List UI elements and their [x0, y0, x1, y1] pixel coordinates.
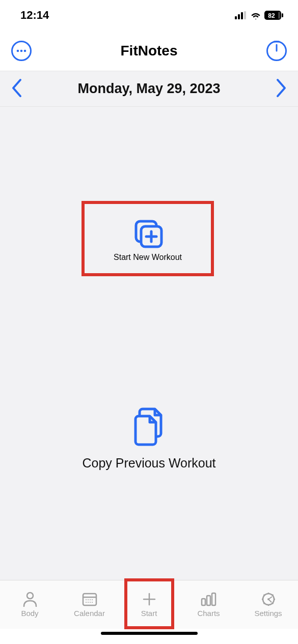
main-content: Start New Workout Copy Previous Workout	[0, 107, 298, 580]
start-new-workout-button[interactable]: Start New Workout	[95, 219, 201, 262]
svg-line-42	[272, 603, 273, 604]
svg-rect-32	[212, 593, 215, 605]
date-bar: Monday, May 29, 2023	[0, 71, 298, 107]
tab-settings-label: Settings	[254, 609, 282, 618]
highlight-new-workout: Start New Workout	[82, 201, 214, 276]
wifi-icon	[250, 11, 261, 19]
tab-calendar-label: Calendar	[74, 609, 105, 618]
tab-charts-label: Charts	[197, 609, 220, 618]
svg-rect-6	[278, 12, 280, 19]
next-day-button[interactable]	[276, 78, 287, 100]
svg-point-23	[92, 599, 93, 600]
tab-start[interactable]: Start	[119, 580, 179, 629]
home-indicator-area	[0, 629, 298, 644]
battery-icon: 82	[264, 11, 284, 20]
svg-point-10	[24, 49, 26, 52]
status-indicators: 82	[235, 11, 284, 20]
current-date[interactable]: Monday, May 29, 2023	[77, 81, 220, 97]
svg-rect-2	[241, 12, 243, 19]
svg-point-20	[86, 599, 87, 600]
plus-icon	[141, 592, 157, 607]
chevron-right-icon	[276, 78, 287, 98]
timer-button[interactable]	[266, 41, 287, 61]
svg-point-21	[88, 599, 89, 600]
tab-start-label: Start	[141, 609, 157, 618]
svg-line-41	[263, 595, 264, 596]
svg-point-24	[86, 602, 87, 603]
status-bar: 12:14 82	[0, 0, 298, 31]
chevron-left-icon	[11, 78, 22, 98]
svg-line-36	[268, 599, 272, 602]
svg-line-43	[263, 603, 264, 604]
copy-file-icon	[132, 407, 166, 447]
gear-icon	[260, 592, 277, 607]
prev-day-button[interactable]	[11, 78, 22, 100]
svg-point-27	[92, 602, 93, 603]
add-copy-icon	[130, 219, 166, 251]
person-icon	[22, 592, 38, 607]
svg-rect-5	[282, 13, 283, 17]
status-time: 12:14	[20, 9, 49, 22]
nav-bar: FitNotes	[0, 31, 298, 71]
svg-text:82: 82	[268, 12, 275, 19]
tab-calendar[interactable]: Calendar	[60, 580, 119, 629]
app-title: FitNotes	[121, 43, 178, 59]
svg-rect-3	[244, 11, 246, 19]
svg-point-25	[88, 602, 89, 603]
svg-rect-1	[238, 14, 240, 19]
more-icon	[16, 49, 26, 52]
svg-point-8	[17, 49, 19, 52]
svg-rect-31	[207, 596, 210, 605]
tab-bar: Body Calendar Start Charts Settings	[0, 580, 298, 629]
svg-point-26	[90, 602, 91, 603]
copy-previous-workout-label: Copy Previous Workout	[82, 456, 215, 471]
start-new-workout-label: Start New Workout	[95, 253, 201, 262]
svg-point-17	[27, 593, 33, 599]
tab-settings[interactable]: Settings	[238, 580, 298, 629]
calendar-icon	[82, 592, 98, 607]
bars-icon	[200, 592, 218, 607]
tab-body-label: Body	[21, 609, 38, 618]
svg-rect-18	[83, 594, 96, 605]
tab-body[interactable]: Body	[0, 580, 60, 629]
tab-charts[interactable]: Charts	[179, 580, 238, 629]
home-indicator	[101, 632, 198, 635]
svg-point-22	[90, 599, 91, 600]
cellular-icon	[235, 11, 247, 19]
svg-point-9	[20, 49, 23, 52]
svg-rect-0	[235, 16, 237, 19]
svg-rect-30	[202, 599, 205, 605]
stopwatch-icon	[266, 41, 287, 61]
copy-previous-workout-button[interactable]: Copy Previous Workout	[68, 407, 231, 471]
svg-line-44	[272, 595, 273, 596]
svg-line-35	[268, 597, 272, 599]
more-button[interactable]	[11, 41, 32, 61]
